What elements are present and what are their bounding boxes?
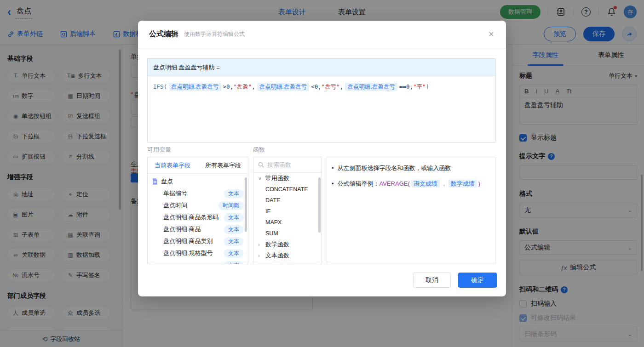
variable-item[interactable]: 盘点时间时间戳 [148, 199, 248, 211]
variables-scrollbar[interactable] [245, 177, 247, 232]
caret-right-icon: › [258, 242, 263, 247]
formula-help-panel: • 从左侧面板选择字段名和函数，或输入函数 • 公式编辑举例：AVERAGE(语… [327, 157, 496, 264]
functions-panel: ∨常用函数 CONCATENATE DATE IF MAPX SUM ›数学函数… [253, 157, 322, 264]
tab-current-form-fields[interactable]: 当前表单字段 [155, 161, 190, 170]
functions-scrollbar[interactable] [318, 177, 321, 233]
formula-field-chip[interactable]: 盘点明细.盘盈盘亏 [257, 83, 309, 91]
variables-label: 可用变量 [147, 146, 171, 154]
function-item[interactable]: MAPX [253, 217, 322, 228]
tab-all-form-fields[interactable]: 所有表单字段 [205, 161, 241, 170]
function-item[interactable]: SUM [253, 228, 322, 239]
variables-panel: 当前表单字段 所有表单字段 盘点 单据编号文本 盘点时间时间戳 盘点明细.商品条… [147, 157, 248, 264]
formula-field-chip[interactable]: 盘点明细.盘盈盘亏 [169, 83, 221, 91]
variables-root-node[interactable]: 盘点 [148, 176, 248, 188]
variables-tabs: 当前表单字段 所有表单字段 [148, 157, 248, 174]
app-root: ‹ 盘点 表单设计 表单设置 数据管理 ? 存 表单外链 [0, 0, 644, 347]
confirm-button[interactable]: 确定 [458, 273, 497, 288]
type-badge: 文本 [224, 225, 243, 234]
modal-subtitle: 使用数学运算符编辑公式 [184, 30, 245, 38]
modal-header: 公式编辑 使用数学运算符编辑公式 [138, 21, 506, 48]
variable-item[interactable]: 盘点明细.规格型号文本 [148, 247, 248, 259]
formula-input-area[interactable]: IFS(盘点明细.盘盈盘亏>0,"盘盈",盘点明细.盘盈盘亏<0,"盘亏",盘点… [148, 76, 495, 142]
function-item[interactable]: DATE [253, 195, 322, 206]
example-field-chip[interactable]: 数学成绩 [448, 180, 477, 188]
function-search-input[interactable] [267, 161, 313, 168]
formula-box: 盘点明细.盘盈盘亏辅助 = IFS(盘点明细.盘盈盘亏>0,"盘盈",盘点明细.… [147, 58, 496, 142]
variable-item[interactable]: 盘点明细.商品条形码文本 [148, 211, 248, 223]
type-badge: 文本 [224, 237, 243, 246]
function-group-math[interactable]: ›数学函数 [253, 239, 322, 250]
cancel-button[interactable]: 取消 [413, 273, 451, 288]
function-search [253, 157, 322, 173]
bullet-icon: • [332, 164, 334, 173]
functions-label: 函数 [253, 146, 265, 154]
type-badge: 时间戳 [218, 201, 243, 210]
function-item[interactable]: IF [253, 206, 322, 217]
type-badge: 文本 [224, 261, 243, 265]
formula-target: 盘点明细.盘盈盘亏辅助 = [148, 59, 495, 76]
type-badge: 文本 [224, 189, 243, 198]
variable-item[interactable]: 盘点明细.商品文本 [148, 223, 248, 235]
formula-editor-modal: 公式编辑 使用数学运算符编辑公式 ✕ 盘点明细.盘盈盘亏辅助 = IFS(盘点明… [138, 21, 506, 296]
formula-function-token: IFS( [153, 83, 167, 90]
type-badge: 文本 [224, 213, 243, 222]
close-icon[interactable]: ✕ [487, 30, 496, 39]
example-field-chip[interactable]: 语文成绩 [411, 180, 440, 188]
example-function-name: AVERAGE( [380, 180, 410, 187]
function-group-text[interactable]: ›文本函数 [253, 250, 322, 261]
variable-item[interactable]: 文本 [148, 259, 248, 264]
function-item[interactable]: CONCATENATE [253, 184, 322, 195]
variable-item[interactable]: 盘点明细.商品类别文本 [148, 235, 248, 247]
formula-field-chip[interactable]: 盘点明细.盘盈盘亏 [345, 83, 397, 91]
help-line-2: • 公式编辑举例：AVERAGE(语文成绩，数学成绩) [332, 179, 489, 188]
search-icon [258, 162, 264, 168]
document-icon [152, 178, 158, 185]
type-badge: 文本 [224, 249, 243, 258]
variable-item[interactable]: 单据编号文本 [148, 188, 248, 199]
caret-right-icon: › [258, 253, 263, 258]
bullet-icon: • [332, 179, 334, 188]
help-line-1: • 从左侧面板选择字段名和函数，或输入函数 [332, 164, 489, 173]
modal-title: 公式编辑 [149, 29, 178, 39]
function-group-common[interactable]: ∨常用函数 [253, 173, 322, 184]
caret-down-icon: ∨ [258, 176, 263, 182]
